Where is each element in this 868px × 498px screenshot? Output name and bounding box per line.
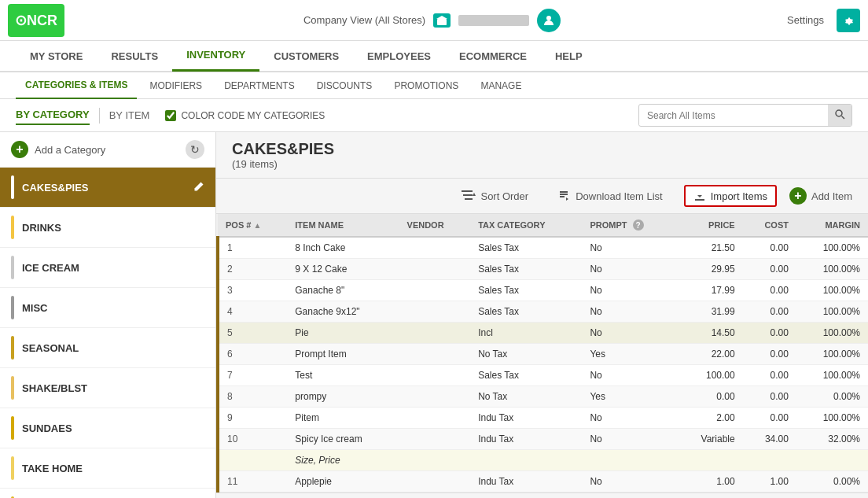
category-item-sundaes[interactable]: SUNDAES <box>0 408 215 448</box>
subnav-departments[interactable]: DEPARTMENTS <box>215 72 304 99</box>
cell-prompt: Yes <box>582 344 675 365</box>
category-item-xtras[interactable]: XTRAS <box>0 489 215 498</box>
cell-pos: 4 <box>218 301 287 323</box>
store-icon[interactable] <box>433 13 451 28</box>
color-bar <box>11 336 14 360</box>
cell-price: Variable <box>675 429 742 450</box>
cell-pos: 11 <box>218 471 287 492</box>
cell-cost: 0.00 <box>743 280 796 301</box>
color-code-label[interactable]: COLOR CODE MY CATEGORIES <box>165 110 325 121</box>
category-item-takehome[interactable]: TAKE HOME <box>0 448 215 489</box>
table-row[interactable]: 1 8 Inch Cake Sales Tax No 21.50 0.00 10… <box>218 237 868 259</box>
nav-ecommerce[interactable]: ECOMMERCE <box>445 40 541 72</box>
download-list-btn[interactable]: Download Item List <box>550 186 671 206</box>
table-row[interactable]: 6 Prompt Item No Tax Yes 22.00 0.00 100.… <box>218 344 868 365</box>
category-item-drinks[interactable]: DRINKS <box>0 208 215 248</box>
cell-name: Applepie <box>287 471 399 492</box>
cell-prompt: No <box>582 237 675 259</box>
nav-customers[interactable]: CUSTOMERS <box>259 40 353 72</box>
table-row[interactable]: 11 Applepie Indu Tax No 1.00 1.00 0.00% <box>218 471 868 492</box>
cell-pos: 10 <box>218 429 287 450</box>
cell-name: Ganache 9x12" <box>287 301 399 323</box>
content-area: CAKES&PIES (19 items) Sort Order Downloa… <box>216 132 868 498</box>
cell-cost: 0.00 <box>743 408 796 429</box>
color-bar <box>11 256 14 279</box>
search-button[interactable] <box>828 105 851 126</box>
category-item-shakeblst[interactable]: SHAKE/BLST <box>0 368 215 408</box>
by-category-btn[interactable]: BY CATEGORY <box>16 105 90 125</box>
table-row[interactable]: Size, Price <box>218 450 868 471</box>
cell-prompt: No <box>582 365 675 386</box>
main-layout: + Add a Category ↻ CAKES&PIES DRINKS ICE… <box>0 132 868 498</box>
cell-margin: 100.00% <box>796 280 868 301</box>
cell-prompt <box>582 450 675 471</box>
refresh-icon[interactable]: ↻ <box>186 140 204 159</box>
nav-results[interactable]: RESULTS <box>97 40 172 72</box>
add-category-btn[interactable]: + Add a Category ↻ <box>0 132 215 168</box>
cell-vendor <box>399 429 471 450</box>
cell-prompt: Yes <box>582 386 675 408</box>
table-row[interactable]: 10 Spicy Ice cream Indu Tax No Variable … <box>218 429 868 450</box>
table-row[interactable]: 7 Test Sales Tax No 100.00 0.00 100.00% <box>218 365 868 386</box>
sort-order-btn[interactable]: Sort Order <box>453 186 537 206</box>
cell-cost: 0.00 <box>743 237 796 259</box>
cell-prompt: No <box>582 408 675 429</box>
search-box <box>638 104 852 127</box>
gear-button[interactable] <box>837 9 860 32</box>
category-item-icecream[interactable]: ICE CREAM <box>0 248 215 288</box>
table-row[interactable]: 8 prompy No Tax Yes 0.00 0.00 0.00% <box>218 386 868 408</box>
nav-employees[interactable]: EMPLOYEES <box>353 40 445 72</box>
subnav-discounts[interactable]: DISCOUNTS <box>307 72 382 99</box>
cell-cost <box>743 450 796 471</box>
nav-inventory[interactable]: INVENTORY <box>172 40 259 72</box>
category-item-misc[interactable]: MISC <box>0 288 215 328</box>
settings-link[interactable]: Settings <box>787 14 824 26</box>
cell-tax: Indu Tax <box>470 408 582 429</box>
items-table-wrapper[interactable]: POS # ▲ ITEM NAME VENDOR TAX CATEGORY PR… <box>216 214 868 492</box>
cell-tax: Indu Tax <box>470 471 582 492</box>
subnav-promotions[interactable]: PROMOTIONS <box>384 72 468 99</box>
col-vendor: VENDOR <box>399 214 471 237</box>
category-title: CAKES&PIES <box>232 140 852 158</box>
nav-my-store[interactable]: MY STORE <box>16 40 97 72</box>
color-code-checkbox[interactable] <box>165 110 176 121</box>
color-bar <box>11 175 14 199</box>
color-bar <box>11 376 14 400</box>
svg-rect-10 <box>462 190 473 192</box>
cell-prompt: No <box>582 280 675 301</box>
cell-tax: Indu Tax <box>470 429 582 450</box>
company-view: Company View (All Stores) <box>77 9 787 32</box>
cell-price: 100.00 <box>675 365 742 386</box>
cell-name: Ganache 8" <box>287 280 399 301</box>
cell-vendor <box>399 237 471 259</box>
cell-margin: 100.00% <box>796 237 868 259</box>
items-tbody: 1 8 Inch Cake Sales Tax No 21.50 0.00 10… <box>218 237 868 492</box>
cell-pos <box>218 450 287 471</box>
add-item-btn[interactable]: + Add Item <box>789 187 852 205</box>
nav-help[interactable]: HELP <box>541 40 597 72</box>
import-items-btn[interactable]: Import Items <box>684 185 777 207</box>
subnav-categories-items[interactable]: CATEGORIES & ITEMS <box>16 72 137 99</box>
table-row[interactable]: 4 Ganache 9x12" Sales Tax No 31.99 0.00 … <box>218 301 868 323</box>
cell-price: 14.50 <box>675 323 742 344</box>
subnav-manage[interactable]: MANAGE <box>471 72 531 99</box>
table-row[interactable]: 2 9 X 12 Cake Sales Tax No 29.95 0.00 10… <box>218 259 868 280</box>
cell-prompt: No <box>582 429 675 450</box>
cell-margin: 100.00% <box>796 408 868 429</box>
search-input[interactable] <box>639 106 828 125</box>
edit-icon[interactable] <box>193 181 204 194</box>
by-item-btn[interactable]: BY ITEM <box>109 106 150 124</box>
cell-vendor <box>399 259 471 280</box>
cell-cost: 1.00 <box>743 471 796 492</box>
cell-price: 2.00 <box>675 408 742 429</box>
user-avatar[interactable] <box>537 9 561 32</box>
subnav-modifiers[interactable]: MODIFIERS <box>140 72 211 99</box>
table-row[interactable]: 3 Ganache 8" Sales Tax No 17.99 0.00 100… <box>218 280 868 301</box>
svg-rect-11 <box>463 194 473 196</box>
table-row[interactable]: 9 Pitem Indu Tax No 2.00 0.00 100.00% <box>218 408 868 429</box>
category-item-seasonal[interactable]: SEASONAL <box>0 328 215 368</box>
color-bar <box>11 216 14 239</box>
table-row[interactable]: 5 Pie Incl No 14.50 0.00 100.00% <box>218 323 868 344</box>
col-pos[interactable]: POS # ▲ <box>218 214 287 237</box>
category-item-cakespies[interactable]: CAKES&PIES <box>0 168 215 208</box>
